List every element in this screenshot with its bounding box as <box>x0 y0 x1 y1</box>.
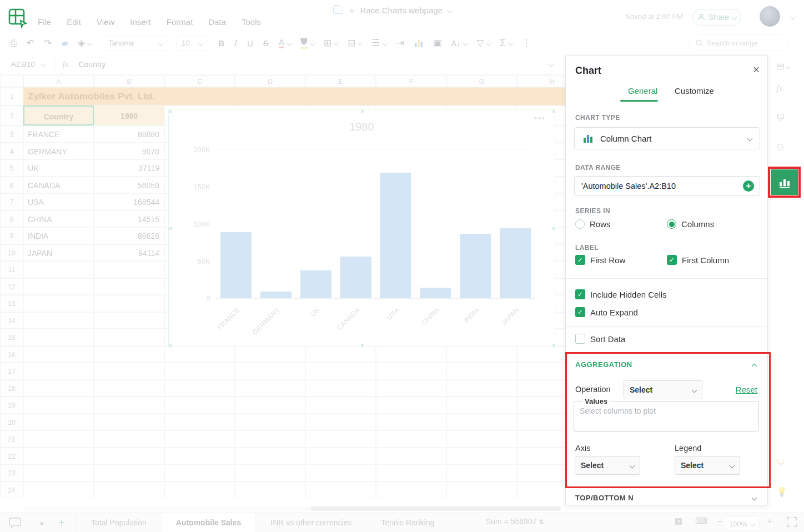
borders-chevron-icon[interactable] <box>334 41 339 46</box>
cell-B4[interactable]: 9070 <box>94 143 164 160</box>
folder-icon[interactable] <box>333 7 343 14</box>
fx-icon[interactable]: fx <box>63 59 69 69</box>
cell-G18[interactable] <box>446 380 517 397</box>
cell-G22[interactable] <box>446 448 517 465</box>
sheet-tab-automobile-sales[interactable]: Automobile Sales <box>162 513 256 532</box>
cell-A4[interactable]: GERMANY <box>23 143 94 160</box>
row-header-3[interactable]: 3 <box>0 126 23 143</box>
cell-H24[interactable] <box>517 481 565 499</box>
bar-france[interactable] <box>220 232 252 298</box>
cell-A10[interactable]: JAPAN <box>23 244 94 262</box>
cell-B18[interactable] <box>94 380 164 397</box>
row-header-8[interactable]: 8 <box>0 210 23 228</box>
data-range-input[interactable]: 'Automobile Sales'.A2:B10 + <box>574 176 760 196</box>
cell-A8[interactable]: CHINA <box>23 210 94 228</box>
filter-icon[interactable]: ▽ <box>476 38 484 48</box>
cell-B11[interactable] <box>94 261 164 278</box>
fill-color-icon[interactable]: ⛊ <box>300 37 308 49</box>
cell-H21[interactable] <box>517 430 565 448</box>
functions-fx-icon[interactable]: fx <box>776 83 783 93</box>
cell-A12[interactable] <box>23 278 94 295</box>
tab-general[interactable]: General <box>628 86 657 96</box>
cell-C19[interactable] <box>164 397 235 414</box>
row-header-18[interactable]: 18 <box>0 380 23 397</box>
merge-chevron-icon[interactable] <box>358 41 363 46</box>
cell-D18[interactable] <box>235 380 305 397</box>
cell-B21[interactable] <box>94 430 164 448</box>
cell-B8[interactable]: 14515 <box>94 210 164 228</box>
format-picker-icon[interactable]: ▤ <box>776 60 789 71</box>
sheet-tab-total-population[interactable]: Total Population <box>77 513 162 532</box>
row-header-15[interactable]: 15 <box>0 329 23 346</box>
bar-japan[interactable] <box>500 228 531 298</box>
cell-F21[interactable] <box>376 430 446 448</box>
row-header-4[interactable]: 4 <box>0 143 23 160</box>
bar-germany[interactable] <box>260 292 292 298</box>
feedback-smiley-icon[interactable]: 🗨 <box>776 458 785 468</box>
column-header-G[interactable]: G <box>446 75 517 87</box>
legend-select[interactable]: Select <box>675 456 740 475</box>
cell-A20[interactable] <box>23 414 94 431</box>
row-header-14[interactable]: 14 <box>0 312 23 329</box>
chart-menu-icon[interactable]: ••• <box>534 114 546 123</box>
insert-chart-icon[interactable] <box>414 38 424 48</box>
cell-A22[interactable] <box>23 448 94 465</box>
row-header-1[interactable]: 1 <box>0 87 23 106</box>
cell-E17[interactable] <box>305 363 376 380</box>
row-header-13[interactable]: 13 <box>0 295 23 312</box>
aggregation-collapse-chevron-icon[interactable] <box>752 364 757 369</box>
zoom-in-icon[interactable]: + <box>767 516 773 528</box>
include-hidden-cells-checkbox[interactable]: ✓Include Hidden Cells <box>575 289 758 299</box>
chart-sidebar-button[interactable] <box>771 169 798 195</box>
cell-A21[interactable] <box>23 430 94 448</box>
zoom-select[interactable]: 100% <box>725 516 759 531</box>
cell-B14[interactable] <box>94 312 164 329</box>
formula-content[interactable]: Country <box>78 60 105 69</box>
row-header-21[interactable]: 21 <box>0 430 23 448</box>
font-color-button[interactable]: A <box>279 38 284 48</box>
cell-F23[interactable] <box>376 464 446 481</box>
zoom-out-icon[interactable]: − <box>717 516 723 528</box>
cell-C17[interactable] <box>164 363 235 380</box>
first-column-checkbox[interactable]: ✓First Column <box>667 255 758 265</box>
comments-icon[interactable] <box>9 517 21 528</box>
column-header-D[interactable]: D <box>235 75 305 87</box>
cell-A24[interactable] <box>23 481 94 499</box>
sheet-title-cell[interactable]: Zylker Automobiles Pvt. Ltd. <box>23 87 565 106</box>
font-family-select[interactable]: Tahoma <box>103 36 168 51</box>
cell-A17[interactable] <box>23 363 94 380</box>
toolbar-more-icon[interactable]: ⋮ <box>522 38 531 48</box>
row-header-22[interactable]: 22 <box>0 448 23 465</box>
row-header-6[interactable]: 6 <box>0 177 23 194</box>
sum-chevron-icon[interactable] <box>507 41 513 46</box>
undo-icon[interactable]: ↶ <box>27 38 34 48</box>
sort-chevron-icon[interactable] <box>463 41 468 46</box>
cell-F18[interactable] <box>376 380 446 397</box>
menu-item-file[interactable]: File <box>38 17 51 27</box>
row-header-2[interactable]: 2 <box>0 106 23 126</box>
row-header-24[interactable]: 24 <box>0 481 23 499</box>
avatar[interactable] <box>760 6 780 27</box>
select-all-corner[interactable] <box>0 75 23 87</box>
cell-C23[interactable] <box>164 464 235 481</box>
column-header-B[interactable]: B <box>94 75 164 87</box>
sort-az-icon[interactable]: A↓ <box>451 39 460 47</box>
selection-handle[interactable] <box>360 109 364 113</box>
cell-A5[interactable]: UK <box>23 159 94 177</box>
chart-type-select[interactable]: Column Chart <box>574 127 760 149</box>
cell-G23[interactable] <box>446 464 517 481</box>
cell-G19[interactable] <box>446 397 517 414</box>
bar-india[interactable] <box>460 234 491 298</box>
cell-A19[interactable] <box>23 397 94 414</box>
bar-uk[interactable] <box>300 270 331 298</box>
menu-item-format[interactable]: Format <box>167 17 193 27</box>
cell-A9[interactable]: INDIA <box>23 227 94 244</box>
column-header-C[interactable]: C <box>164 75 235 87</box>
cell-F19[interactable] <box>376 397 446 414</box>
cell-F20[interactable] <box>376 414 446 431</box>
cell-B13[interactable] <box>94 295 164 312</box>
app-logo-icon[interactable] <box>7 7 28 28</box>
cell-B5[interactable]: 37119 <box>94 159 164 177</box>
cell-D17[interactable] <box>235 363 305 380</box>
cell-B2[interactable]: 1980 <box>94 106 164 126</box>
